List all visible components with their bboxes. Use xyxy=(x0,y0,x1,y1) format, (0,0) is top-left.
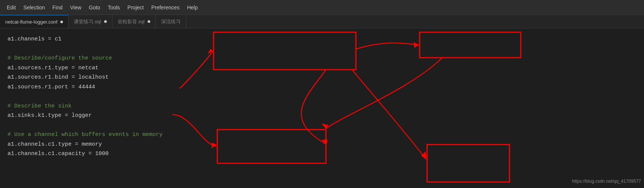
code-line-12: a1.channels.c1.capacity = 1000 xyxy=(7,149,637,159)
menu-find[interactable]: Find xyxy=(49,3,66,12)
watermark: https://blog.csdn.net/qq_41709577 xyxy=(572,178,641,185)
tab-dot-1 xyxy=(104,20,107,23)
code-line-3: a1.sources.r1.type = netcat xyxy=(7,63,637,73)
tab-dot-2 xyxy=(148,20,150,23)
tab-label-3: 深活练习 xyxy=(161,18,181,25)
tab-1[interactable]: 课堂练习.sql xyxy=(69,15,112,28)
tab-3[interactable]: 深活练习 xyxy=(156,15,186,28)
code-line-0: a1.channels = c1 xyxy=(7,34,637,44)
code-line-7: # Describe the sink xyxy=(7,101,637,111)
menu-bar: Edit Selection Find View Goto Tools Proj… xyxy=(0,0,644,15)
tab-label-1: 课堂练习.sql xyxy=(74,18,101,25)
code-line-1 xyxy=(7,44,637,54)
tab-dot-0 xyxy=(60,21,63,23)
menu-project[interactable]: Project xyxy=(124,3,148,12)
tab-label-2: 谷粒影音.sql xyxy=(118,18,145,25)
menu-goto[interactable]: Goto xyxy=(85,3,104,12)
tab-bar: netcat-flume-logger.conf 课堂练习.sql 谷粒影音.s… xyxy=(0,15,644,28)
menu-help[interactable]: Help xyxy=(183,3,202,12)
code-line-5: a1.sources.r1.port = 44444 xyxy=(7,82,637,92)
tab-label-0: netcat-flume-logger.conf xyxy=(5,19,57,25)
code-line-8: a1.sinks.k1.type = logger xyxy=(7,111,637,121)
code-line-4: a1.sources.r1.bind = localhost xyxy=(7,73,637,82)
menu-selection[interactable]: Selection xyxy=(19,3,49,12)
code-line-2: # Describe/configure the source xyxy=(7,54,637,63)
code-line-9 xyxy=(7,121,637,130)
menu-edit[interactable]: Edit xyxy=(3,3,19,12)
tab-0[interactable]: netcat-flume-logger.conf xyxy=(0,15,69,28)
code-line-10: # Use a channel which buffers events in … xyxy=(7,130,637,140)
editor-area: a1.channels = c1 # Describe/configure th… xyxy=(0,28,644,188)
menu-tools[interactable]: Tools xyxy=(104,3,124,12)
code-line-6 xyxy=(7,92,637,101)
menu-view[interactable]: View xyxy=(66,3,85,12)
menu-preferences[interactable]: Preferences xyxy=(148,3,183,12)
tab-2[interactable]: 谷粒影音.sql xyxy=(112,15,156,28)
code-line-11: a1.channels.c1.type = memory xyxy=(7,140,637,149)
